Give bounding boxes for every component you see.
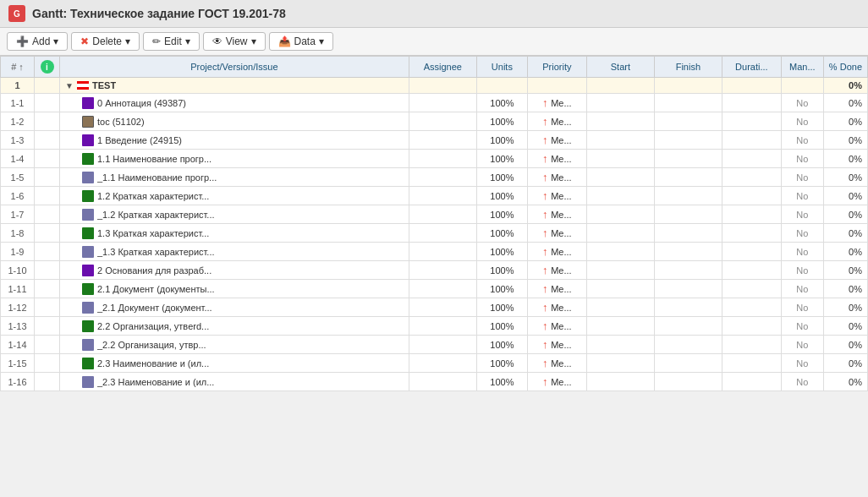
- add-button[interactable]: ➕ Add ▾: [7, 32, 68, 51]
- table-row[interactable]: 1-12_2.1 Документ (документ...100%↑ Me..…: [1, 298, 868, 317]
- cell-info: [35, 131, 60, 150]
- cell-info: [35, 317, 60, 336]
- view-dropdown-icon: ▾: [251, 36, 256, 47]
- table-row[interactable]: 1-132.2 Организация, утвerd...100%↑ Me..…: [1, 317, 868, 336]
- cell-project[interactable]: 2 Основания для разраб...: [60, 261, 409, 280]
- expand-arrow-icon[interactable]: ▼: [65, 81, 75, 90]
- cell-project[interactable]: _1.1 Наименование прогр...: [60, 168, 409, 187]
- project-name-text: TEST: [92, 80, 116, 90]
- task-icon: [82, 153, 94, 165]
- table-row[interactable]: 1-5_1.1 Наименование прогр...100%↑ Me...…: [1, 168, 868, 187]
- cell-num: 1-11: [1, 280, 35, 298]
- cell-num: 1-10: [1, 261, 35, 280]
- priority-arrow-icon: ↑: [542, 189, 551, 202]
- table-row[interactable]: 1-61.2 Краткая характерист...100%↑ Me...…: [1, 187, 868, 205]
- table-row[interactable]: 1-2toc (51102)100%↑ Me...No0%: [1, 112, 868, 131]
- project-name-text: toc (51102): [97, 117, 145, 127]
- col-project[interactable]: Project/Version/Issue: [60, 57, 409, 78]
- table-row[interactable]: 1-9_1.3 Краткая характерист...100%↑ Me..…: [1, 243, 868, 261]
- cell-pctdone: 0%: [823, 354, 867, 373]
- cell-manual: No: [781, 205, 823, 224]
- cell-units: 100%: [476, 261, 527, 280]
- cell-finish: [654, 243, 722, 261]
- edit-button[interactable]: ✏ Edit ▾: [143, 32, 200, 51]
- cell-info: [35, 205, 60, 224]
- priority-value: Me...: [551, 154, 571, 164]
- table-row[interactable]: 1-102 Основания для разраб...100%↑ Me...…: [1, 261, 868, 280]
- col-pctdone[interactable]: % Done: [823, 57, 867, 78]
- col-assignee[interactable]: Assignee: [409, 57, 476, 78]
- cell-num: 1: [1, 78, 35, 94]
- gantt-table: # ↑ i Project/Version/Issue Assignee Uni…: [0, 56, 868, 391]
- cell-num: 1-7: [1, 205, 35, 224]
- cell-project[interactable]: _2.2 Организация, утвр...: [60, 336, 409, 354]
- cell-project[interactable]: 1.3 Краткая характерист...: [60, 224, 409, 243]
- table-row[interactable]: 1-41.1 Наименование прогр...100%↑ Me...N…: [1, 150, 868, 168]
- cell-start: [586, 354, 654, 373]
- cell-num: 1-12: [1, 298, 35, 317]
- col-units[interactable]: Units: [476, 57, 527, 78]
- cell-priority: ↑ Me...: [527, 354, 586, 373]
- cell-assignee: [409, 298, 476, 317]
- project-name-text: _2.1 Документ (документ...: [97, 303, 212, 313]
- cell-project[interactable]: _1.2 Краткая характерист...: [60, 205, 409, 224]
- col-manual[interactable]: Man...: [781, 57, 823, 78]
- table-row[interactable]: 1-31 Введение (24915)100%↑ Me...No0%: [1, 131, 868, 150]
- task-icon: [82, 265, 94, 276]
- cell-pctdone: 0%: [823, 78, 867, 94]
- table-row[interactable]: 1-112.1 Документ (документы...100%↑ Me..…: [1, 280, 868, 298]
- col-finish[interactable]: Finish: [654, 57, 722, 78]
- col-duration[interactable]: Durati...: [722, 57, 781, 78]
- cell-project[interactable]: _2.3 Наименование и (ил...: [60, 373, 409, 391]
- task-icon: [82, 358, 94, 369]
- col-start[interactable]: Start: [586, 57, 654, 78]
- cell-project[interactable]: 2.2 Организация, утвerd...: [60, 317, 409, 336]
- cell-duration: [722, 373, 781, 391]
- col-num[interactable]: # ↑: [1, 57, 35, 78]
- cell-manual: No: [781, 187, 823, 205]
- cell-manual: No: [781, 243, 823, 261]
- view-button[interactable]: 👁 View ▾: [203, 32, 266, 51]
- cell-finish: [654, 131, 722, 150]
- project-name-text: 1.3 Краткая характерист...: [97, 228, 209, 238]
- cell-manual: No: [781, 94, 823, 112]
- cell-duration: [722, 205, 781, 224]
- cell-project[interactable]: _1.3 Краткая характерист...: [60, 243, 409, 261]
- table-row[interactable]: 1-14_2.2 Организация, утвр...100%↑ Me...…: [1, 336, 868, 354]
- cell-project[interactable]: 1.2 Краткая характерист...: [60, 187, 409, 205]
- cell-project[interactable]: 0 Аннотация (49387): [60, 94, 409, 112]
- cell-pctdone: 0%: [823, 280, 867, 298]
- table-row[interactable]: 1-81.3 Краткая характерист...100%↑ Me...…: [1, 224, 868, 243]
- priority-value: Me...: [551, 210, 571, 220]
- cell-priority: ↑ Me...: [527, 112, 586, 131]
- data-button[interactable]: 📤 Data ▾: [269, 32, 333, 51]
- cell-units: 100%: [476, 243, 527, 261]
- col-priority[interactable]: Priority: [527, 57, 586, 78]
- cell-duration: [722, 243, 781, 261]
- cell-pctdone: 0%: [823, 94, 867, 112]
- table-row[interactable]: 1-10 Аннотация (49387)100%↑ Me...No0%: [1, 94, 868, 112]
- table-row[interactable]: 1▼TEST0%: [1, 78, 868, 94]
- cell-units: 100%: [476, 150, 527, 168]
- cell-project[interactable]: 1 Введение (24915): [60, 131, 409, 150]
- cell-priority: ↑ Me...: [527, 205, 586, 224]
- cell-finish: [654, 336, 722, 354]
- delete-button[interactable]: ✖ Delete ▾: [71, 32, 140, 51]
- cell-units: 100%: [476, 354, 527, 373]
- cell-project[interactable]: ▼TEST: [60, 78, 409, 94]
- cell-project[interactable]: toc (51102): [60, 112, 409, 131]
- cell-project[interactable]: _2.1 Документ (документ...: [60, 298, 409, 317]
- cell-units: 100%: [476, 336, 527, 354]
- task-icon: [82, 134, 94, 146]
- cell-pctdone: 0%: [823, 317, 867, 336]
- table-row[interactable]: 1-16_2.3 Наименование и (ил...100%↑ Me..…: [1, 373, 868, 391]
- project-name-text: _2.3 Наименование и (ил...: [97, 377, 214, 387]
- cell-project[interactable]: 2.3 Наименование и (ил...: [60, 354, 409, 373]
- cell-project[interactable]: 1.1 Наименование прогр...: [60, 150, 409, 168]
- cell-assignee: [409, 280, 476, 298]
- cell-finish: [654, 78, 722, 94]
- cell-pctdone: 0%: [823, 131, 867, 150]
- table-row[interactable]: 1-152.3 Наименование и (ил...100%↑ Me...…: [1, 354, 868, 373]
- table-row[interactable]: 1-7_1.2 Краткая характерист...100%↑ Me..…: [1, 205, 868, 224]
- cell-project[interactable]: 2.1 Документ (документы...: [60, 280, 409, 298]
